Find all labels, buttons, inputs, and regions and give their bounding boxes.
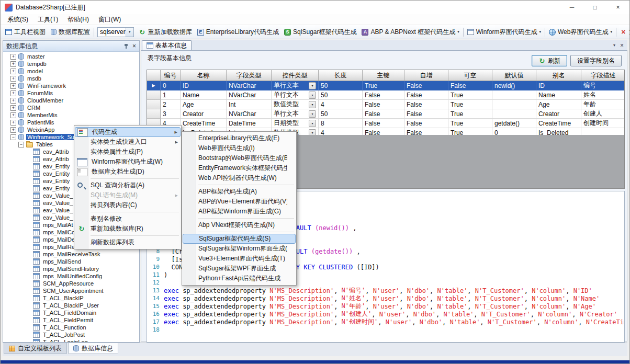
toolbar-view-button[interactable]: 工具栏视图 [3,27,48,38]
grid-cell[interactable]: ID [181,81,227,90]
grid-cell[interactable]: False [363,109,404,119]
expander-icon[interactable]: + [10,61,16,67]
row-header-cell[interactable] [147,90,161,100]
grid-cell[interactable]: False [404,81,448,90]
submenu-item[interactable]: Bootstrap的Web界面代码生成(B) [183,153,296,163]
combo-dropdown-button[interactable]: ▾ [309,82,316,89]
tree-node-table[interactable]: mps_MailSend [3,258,139,265]
grid-cell[interactable]: 1 [161,90,181,100]
submenu-item[interactable]: Abp VNext框架代码生成(N) [183,220,296,230]
tree-node-database[interactable]: +WinFramework [3,82,139,89]
tree-node-table[interactable]: T_ACL_JobPost [3,331,139,338]
grid-cell[interactable]: Age [536,100,581,109]
grid-cell[interactable]: ID [536,81,581,90]
abp-codegen-button[interactable]: AABP & ABPNext 框架代码生成▾ [359,27,462,38]
tree-node-database[interactable]: +msdb [3,75,139,82]
exit-button[interactable]: ×退出 [617,27,630,38]
grid-cell[interactable]: True [448,100,492,109]
expander-icon[interactable]: + [10,127,16,133]
grid-cell[interactable]: 单行文本▾ [272,109,319,119]
grid-cell[interactable]: False [363,119,404,128]
grid-cell[interactable]: NVarChar [227,109,272,119]
grid-cell[interactable]: 2 [161,100,181,109]
grid-cell[interactable] [492,109,536,119]
enterpriselibrary-codegen-button[interactable]: EEnterpriseLibrary代码生成 [195,27,282,38]
context-menu-item[interactable]: 表别名修改 [75,214,181,224]
maximize-button[interactable]: □ [583,1,606,14]
submenu-item[interactable]: Vue3+Element界面代码生成(T) [183,254,296,264]
expander-icon[interactable]: + [10,76,16,82]
tab-close-icon[interactable]: × [620,42,624,49]
grid-header-cell[interactable]: 长度 [319,70,363,81]
reload-database-button[interactable]: ↻重新加载数据库 [136,27,195,38]
grid-header-cell[interactable]: 控件类型 [272,70,319,81]
grid-cell[interactable]: 姓名 [581,90,624,100]
combo-dropdown-button[interactable]: ▾ [309,101,316,108]
grid-cell[interactable]: 3 [161,109,181,119]
submenu-item[interactable]: SqlSugar框架Winform界面生成(U) [183,244,296,254]
row-header-cell[interactable] [147,109,161,119]
grid-cell[interactable]: True [448,128,492,135]
grid-cell[interactable]: False [448,81,492,90]
grid-cell[interactable]: 0 [161,81,181,90]
grid-cell[interactable]: Int [227,100,272,109]
refresh-button[interactable]: ↻ 刷新 [532,55,567,66]
submenu-item[interactable]: Web API控制器代码生成(W) [183,173,296,183]
row-header-cell[interactable] [147,100,161,109]
combo-dropdown-button[interactable]: ▾ [309,129,316,135]
grid-cell[interactable]: 数值类型▾ [272,100,319,109]
grid-cell[interactable]: False [404,100,448,109]
tree-node-table[interactable]: T_ACL_FieldPermit [3,316,139,324]
grid-cell[interactable]: False [404,109,448,119]
grid-cell[interactable]: False [404,119,448,128]
tree-node-table[interactable]: SCM_AppResource [3,280,139,287]
chevron-down-icon[interactable]: ▾ [126,28,133,37]
grid-cell[interactable]: False [363,128,404,135]
context-menu-item[interactable]: SQL语句生成(M)▶ [75,190,181,200]
grid-cell[interactable]: getdate() [492,119,536,128]
combo-dropdown-button[interactable]: ▾ [309,110,316,118]
grid-cell[interactable]: True [448,119,492,128]
grid-cell[interactable]: 日期类型▾ [272,119,319,128]
bottom-tab-custom-templates[interactable]: 自定义模板列表 [4,343,67,354]
grid-cell[interactable]: True [448,109,492,119]
menubar-item[interactable]: 系统(S) [3,14,33,25]
grid-cell[interactable]: 单行文本▾ [272,90,319,100]
tree-node-table[interactable]: SCM_UserAppointment [3,287,139,294]
grid-cell[interactable]: 4 [319,128,363,135]
grid-cell[interactable]: Creator [536,109,581,119]
grid-header-cell[interactable]: 默认值 [492,70,536,81]
grid-cell[interactable]: Age [181,100,227,109]
close-button[interactable]: × [606,1,629,14]
submenu-item[interactable]: EnterpriseLibrary代码生成(E) [183,133,296,143]
tree-node-table[interactable]: mps_MailReceiveTask [3,251,139,258]
expander-icon[interactable]: + [10,54,16,60]
tree-node-database[interactable]: +MemberMis [3,111,139,119]
context-menu-item[interactable]: 刷新数据库列表 [75,237,181,247]
grid-header-cell[interactable]: 可空 [448,70,492,81]
panel-close-icon[interactable]: × [132,43,136,49]
menubar-item[interactable]: 工具(T) [33,14,63,25]
grid-cell[interactable]: 50 [319,109,363,119]
submenu-item[interactable]: ABP框架Winform界面生成(G) [183,207,296,217]
grid-cell[interactable]: 单行文本▾ [272,81,319,90]
menubar-item[interactable]: 窗口(W) [94,14,126,25]
winform-codegen-button[interactable]: Winform界面代码生成▾ [465,27,544,38]
expander-icon[interactable]: + [10,69,16,74]
context-menu-item[interactable]: ↻重新加载数据库(R) [75,224,181,234]
tree-node-table[interactable]: T_ACL_BlackIP_User [3,302,139,309]
context-menu-item[interactable]: 代码生成▶ [75,127,181,137]
grid-header-cell[interactable]: 字段描述 [581,70,625,81]
chevron-down-icon[interactable]: ▾ [539,30,541,34]
row-header-cell[interactable]: ▶ [147,81,161,90]
grid-cell[interactable]: 50 [319,81,363,90]
grid-cell[interactable]: False [404,128,448,135]
chevron-down-icon[interactable]: ▾ [610,30,612,34]
grid-cell[interactable]: Is_Deleted [536,128,581,135]
tree-node-table[interactable]: mps_MailSendHistory [3,265,139,272]
submenu-item[interactable]: ABP框架代码生成(A) [183,187,296,197]
tree-node-database[interactable]: +ForumMis [3,89,139,97]
submenu-item[interactable]: Web界面代码生成(I) [183,143,296,153]
grid-cell[interactable]: Creator [181,109,227,119]
context-menu-item[interactable]: Winform界面代码生成(W) [75,157,181,167]
